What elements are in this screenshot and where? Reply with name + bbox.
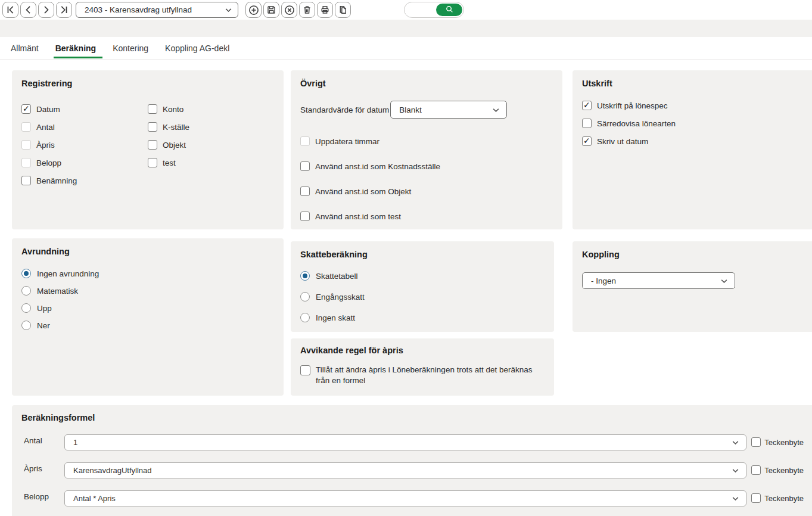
checkbox-uppdatera-timmar[interactable]: Uppdatera timmar [300, 136, 553, 146]
cancel-button[interactable] [281, 2, 297, 18]
search-button[interactable] [436, 4, 462, 16]
next-record-button[interactable] [38, 2, 54, 18]
last-record-button[interactable] [56, 2, 72, 18]
checkbox-datum[interactable]: Datum [21, 104, 148, 114]
tab-content-berakning: Registrering Datum Antal Àpr [0, 60, 812, 516]
checkbox [751, 437, 761, 447]
checkbox-teckenbyte-belopp[interactable]: Teckenbyte [751, 490, 804, 503]
checkbox [300, 136, 310, 146]
date-default-select[interactable]: Blankt [390, 101, 507, 119]
first-record-button[interactable] [2, 2, 18, 18]
print-button[interactable] [317, 2, 333, 18]
save-button[interactable] [263, 2, 279, 18]
checkbox [21, 104, 31, 114]
checkbox-k-stalle[interactable]: K-ställe [148, 122, 274, 132]
last-record-icon [59, 5, 69, 15]
checkbox-label: Benämning [36, 176, 77, 185]
add-button[interactable] [245, 2, 262, 18]
formula-label: Belopp [24, 490, 64, 501]
radio-label: Skattetabell [316, 272, 358, 281]
formula-combobox-antal[interactable]: 1 [64, 434, 746, 450]
checkbox-anstid-test[interactable]: Använd anst.id som test [300, 212, 553, 221]
checkbox-benamning[interactable]: Benämning [21, 176, 148, 185]
combobox-value: 1 [73, 438, 732, 447]
radio-button [300, 292, 310, 301]
copy-icon [338, 5, 348, 15]
checkbox-label: Objekt [163, 141, 186, 150]
tab-koppling-ag-dekl[interactable]: Koppling AG-dekl [165, 37, 229, 60]
select-value: Blankt [399, 105, 493, 114]
delete-button[interactable] [299, 2, 315, 18]
previous-record-button[interactable] [20, 2, 36, 18]
tab-berakning[interactable]: Beräkning [55, 37, 96, 60]
checkbox-apris[interactable]: Àpris [21, 140, 148, 150]
radio-label: Engångsskatt [316, 293, 365, 301]
radio-skattetabell[interactable]: Skattetabell [300, 271, 545, 281]
toolbar-separator-band [0, 20, 812, 37]
checkbox-antal[interactable]: Antal [21, 122, 148, 132]
checkbox-anstid-objekt[interactable]: Använd anst.id som Objekt [300, 186, 553, 196]
save-icon [266, 5, 276, 15]
radio-button [21, 321, 31, 330]
radio-upp[interactable]: Upp [21, 303, 274, 313]
combobox-value: Antal * Apris [73, 494, 732, 503]
panel-skatteberakning: Skatteberäkning Skattetabell Engångsskat… [291, 241, 554, 332]
checkbox [582, 119, 592, 128]
checkbox [751, 465, 761, 475]
radio-label: Matematisk [37, 287, 78, 296]
panel-berakningsformel: Beräkningsformel Antal 1 Teckenbyte Àpri… [12, 405, 812, 516]
search-input[interactable] [406, 4, 436, 16]
chevron-down-icon [721, 276, 727, 285]
formula-combobox-belopp[interactable]: Antal * Apris [64, 490, 746, 506]
formula-label: Antal [24, 434, 64, 445]
panel-utskrift: Utskrift Utskrift på lönespec Särredovis… [573, 70, 812, 229]
koppling-select[interactable]: - Ingen [582, 272, 735, 289]
toolbar-actions [245, 2, 353, 18]
date-default-label: Standardvärde för datum [300, 105, 389, 114]
record-selector[interactable]: 2403 - Karensavdrag utfyllnad [76, 2, 238, 18]
checkbox-test[interactable]: test [148, 158, 274, 167]
checkbox-label: Skriv ut datum [597, 137, 648, 146]
radio-ner[interactable]: Ner [21, 321, 274, 330]
checkbox-teckenbyte-antal[interactable]: Teckenbyte [751, 434, 804, 447]
checkbox-tillat-andra-apris[interactable]: Tillåt att ändra àpris i Löneberäkningen… [300, 365, 545, 386]
checkbox [582, 136, 592, 146]
radio-matematisk[interactable]: Matematisk [21, 286, 274, 296]
panel-avrundning: Avrundning Ingen avrundning Matematisk U… [12, 238, 284, 396]
checkbox-objekt[interactable]: Objekt [148, 140, 274, 150]
chevron-down-icon [732, 466, 739, 475]
toolbar: 2403 - Karensavdrag utfyllnad [0, 0, 812, 20]
copy-button[interactable] [335, 2, 351, 18]
checkbox-konto[interactable]: Konto [148, 104, 274, 114]
checkbox-utskrift-pa-lonespec[interactable]: Utskrift på lönespec [582, 101, 802, 110]
panel-title: Avrundning [21, 247, 274, 256]
record-selector-value: 2403 - Karensavdrag utfyllnad [85, 5, 225, 14]
checkbox-label: Teckenbyte [764, 438, 804, 447]
checkbox-anstid-kostnadsstalle[interactable]: Använd anst.id som Kostnadsställe [300, 161, 553, 171]
checkbox-sarredovisa-lonearten[interactable]: Särredovisa lönearten [582, 119, 802, 128]
first-record-icon [5, 5, 15, 15]
checkbox-label: Àpris [36, 141, 55, 150]
tab-allmant[interactable]: Allmänt [11, 37, 39, 60]
checkbox-teckenbyte-apris[interactable]: Teckenbyte [751, 462, 804, 475]
formula-combobox-apris[interactable]: KarensavdragUtfyllnad [64, 462, 746, 478]
tab-kontering[interactable]: Kontering [113, 37, 148, 60]
radio-ingen-avrundning[interactable]: Ingen avrundning [21, 269, 274, 278]
checkbox-label: Använd anst.id som Kostnadsställe [315, 162, 440, 171]
cancel-icon [284, 5, 295, 15]
add-icon [248, 5, 259, 15]
checkbox-belopp[interactable]: Belopp [21, 158, 148, 167]
checkbox-label: Använd anst.id som Objekt [315, 187, 411, 196]
radio-engangsskatt[interactable]: Engångsskatt [300, 292, 545, 301]
checkbox-label: Belopp [36, 158, 61, 167]
formula-row-belopp: Belopp Antal * Apris Teckenbyte [21, 490, 812, 506]
checkbox-label: Särredovisa lönearten [597, 119, 676, 128]
checkbox [21, 176, 31, 185]
checkbox-skriv-ut-datum[interactable]: Skriv ut datum [582, 136, 802, 146]
radio-group-avrundning: Ingen avrundning Matematisk Upp Ner [21, 269, 274, 330]
checkbox [300, 365, 310, 375]
radio-ingen-skatt[interactable]: Ingen skatt [300, 313, 545, 322]
panel-title: Registrering [21, 79, 274, 88]
panel-registrering: Registrering Datum Antal Àpr [12, 70, 284, 229]
checkbox-label: Datum [36, 105, 60, 114]
